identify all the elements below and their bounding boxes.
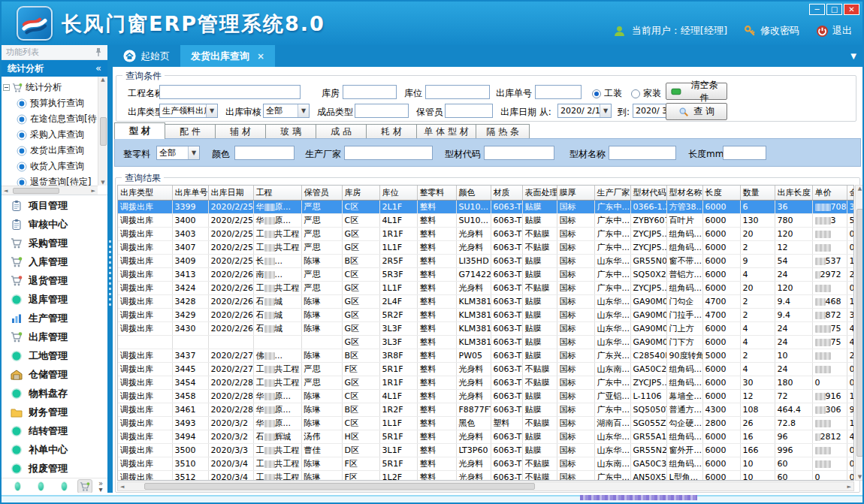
column-header-生产厂家[interactable]: 生产厂家 — [594, 186, 630, 201]
column-header-库位[interactable]: 库位 — [379, 186, 417, 201]
column-header-整零料[interactable]: 整零料 — [417, 186, 456, 201]
column-header-颜色[interactable]: 颜色 — [456, 186, 491, 201]
footer-circle-icon[interactable] — [38, 481, 44, 491]
material-tab-单体型材[interactable]: 单 体 型 材 — [416, 124, 476, 139]
logout-button[interactable]: 退出 — [816, 24, 852, 38]
material-tab-隔热条[interactable]: 隔 热 条 — [476, 124, 530, 139]
sidebar-item-生产管理[interactable]: 生产管理 — [2, 309, 107, 327]
table-row[interactable]: 调拨出库34582020/2/28华原...陈琳C区4L1F整料光身料6063-… — [118, 390, 854, 403]
table-row[interactable]: 调拨出库35102020/3/4工共工程陈琳F区5R1F整料光身料6063-T5… — [118, 457, 854, 471]
table-horizontal-scrollbar[interactable]: ◄ ► — [117, 481, 854, 491]
sidebar-item-项目管理[interactable]: 项目管理 — [2, 196, 107, 215]
sidebar-item-仓储管理[interactable]: 仓储管理 — [2, 365, 107, 384]
color-input[interactable] — [234, 146, 295, 160]
order-no-input[interactable] — [535, 85, 582, 99]
outbound-audit-combo[interactable]: 全部▼ — [263, 104, 310, 118]
tree-horizontal-scrollbar[interactable]: ◄ ► — [2, 186, 98, 195]
table-row[interactable]: 调拨出库34932020/3/2华原...陈琳C区1L1F整料黑色塑料不贴膜国标… — [118, 417, 854, 430]
sidebar-item-财务管理[interactable]: 财务管理 — [2, 403, 107, 421]
tab-list-dropdown-icon[interactable]: ▼ — [850, 52, 856, 60]
table-row[interactable]: 调拨出库34452020/2/27工共工程严思F区5R1F整料光身料6063-T… — [118, 363, 854, 376]
maker-input[interactable] — [344, 146, 433, 160]
clear-conditions-button[interactable]: 清空条件 — [666, 83, 727, 100]
column-header-出库类型[interactable]: 出库类型 — [118, 186, 172, 201]
scroll-right-icon[interactable]: ► — [845, 484, 853, 490]
search-button[interactable]: 查 询 — [666, 103, 727, 120]
sidebar-item-报废管理[interactable]: 报废管理 — [2, 459, 107, 478]
column-header-单价[interactable]: 单价 — [812, 186, 847, 201]
sidebar-item-采购管理[interactable]: 采购管理 — [2, 234, 107, 252]
tree-item-预算执行查询[interactable]: 预算执行查询 — [3, 95, 97, 111]
sidebar-section-statistics[interactable]: 统计分析 « — [2, 60, 107, 77]
scroll-right-icon[interactable]: ► — [89, 188, 98, 194]
column-header-金额[interactable]: 金额 — [847, 186, 854, 201]
material-tab-型材[interactable]: 型 材 — [114, 122, 165, 139]
table-row[interactable]: 调拨出库34032020/2/25工共工程严思G区1R1F整料光身料6063-T… — [118, 228, 854, 241]
material-tab-玻璃[interactable]: 玻 璃 — [265, 124, 316, 139]
material-tab-耗材[interactable]: 耗 材 — [366, 124, 417, 139]
project-name-input[interactable] — [159, 85, 301, 99]
column-header-数量[interactable]: 数量 — [740, 186, 775, 201]
footer-circle-icon[interactable] — [14, 481, 21, 491]
column-header-膜厚[interactable]: 膜厚 — [557, 186, 594, 201]
footer-cart-button[interactable] — [77, 479, 92, 493]
table-row[interactable]: 调拨出库34302020/2/26石城陈琳G区3L3F整料KLM38176063… — [118, 322, 854, 336]
table-row[interactable]: 调拨出库34002020/2/25华原...严思C区4L1F整料SU10...6… — [118, 214, 854, 228]
radio-gongzhuang[interactable]: 工装 — [592, 87, 622, 100]
footer-circle-icon[interactable] — [61, 481, 68, 491]
column-header-工程[interactable]: 工程 — [253, 186, 301, 201]
tree-item-在途信息查询[待[interactable]: 在途信息查询[待 — [3, 111, 97, 127]
tree-item-采购入库查询[interactable]: 采购入库查询 — [3, 127, 97, 143]
date-from-picker[interactable]: 2020/ 2/16▼ — [557, 104, 612, 118]
table-row[interactable]: 调拨出库34092020/2/25长...陈琳B区2R5F整料LI35HD606… — [118, 255, 854, 268]
minimize-button[interactable]: ─ — [809, 4, 825, 15]
column-header-库房[interactable]: 库房 — [342, 186, 379, 201]
column-header-表面处理[interactable]: 表面处理 — [522, 186, 557, 201]
sidebar-item-入库管理[interactable]: 入库管理 — [2, 252, 107, 271]
sidebar-splitter[interactable] — [107, 45, 113, 494]
sidebar-item-退货管理[interactable]: 退货管理 — [2, 271, 107, 290]
scroll-left-icon[interactable]: ◄ — [118, 484, 126, 490]
table-row[interactable]: 调拨出库34292020/2/26石城陈琳G区5R2F整料KLM38176063… — [118, 309, 854, 322]
tab-close-icon[interactable]: × — [257, 51, 264, 62]
table-row[interactable]: 调拨出库34242020/2/26工共工程严思G区1L1F整料光身料6063-T… — [118, 282, 854, 295]
sidebar-item-补单中心[interactable]: 补单中心 — [2, 440, 107, 459]
table-row[interactable]: 调拨出库34282020/2/26石城陈琳G区2L4F整料KLM38176063… — [118, 295, 854, 309]
scroll-down-icon[interactable]: ▼ — [101, 180, 104, 186]
scroll-up-icon[interactable]: ▲ — [858, 186, 862, 192]
column-header-长度[interactable]: 长度 — [702, 186, 740, 201]
sidebar-item-退库管理[interactable]: 退库管理 — [2, 290, 107, 309]
material-tab-辅材[interactable]: 辅 材 — [215, 124, 266, 139]
sidebar-item-出库管理[interactable]: 出库管理 — [2, 327, 107, 346]
table-row[interactable]: G区3L3F整料KLM38176063-T5贴膜国标山东华...GA90M09.… — [118, 336, 854, 349]
change-password-button[interactable]: 修改密码 — [744, 24, 799, 38]
table-row[interactable]: 调拨出库33992020/2/25华原...严思C区2L1F整料SU10...6… — [118, 201, 854, 214]
tree-root-statistics[interactable]: 统计分析 — [3, 80, 97, 95]
profile-code-input[interactable] — [484, 146, 554, 160]
radio-jiazhuang[interactable]: 家装 — [631, 87, 661, 100]
maximize-button[interactable]: □ — [826, 4, 842, 15]
location-input[interactable] — [425, 85, 490, 99]
product-type-input[interactable] — [355, 104, 409, 118]
scroll-up-icon[interactable]: ▲ — [101, 77, 104, 83]
tree-item-发货出库查询[interactable]: 发货出库查询 — [3, 143, 97, 158]
scroll-down-icon[interactable]: ▼ — [858, 474, 862, 480]
table-row[interactable]: 调拨出库34612020/2/28华原...陈琳B区1R2F整料F8877FT6… — [118, 403, 854, 417]
length-input[interactable] — [723, 146, 766, 160]
footer-more-button[interactable]: »▾ — [98, 481, 103, 493]
material-tab-配件[interactable]: 配 件 — [165, 124, 216, 139]
table-row[interactable]: 调拨出库34132020/2/26南...严思C区5R3F整料G71422606… — [118, 268, 854, 282]
close-button[interactable]: ✕ — [844, 4, 859, 15]
table-row[interactable]: 调拨出库34942020/3/2石辉城汤伟H区5R1F整料光身料6063-T5贴… — [118, 430, 854, 444]
table-row[interactable]: 调拨出库34542020/2/28工共工程严思G区1R1F整料光身料6063-T… — [118, 376, 854, 390]
tab-home[interactable]: 起始页 — [113, 45, 180, 67]
tree-vertical-scrollbar[interactable]: ▲ ▼ — [98, 77, 107, 186]
table-row[interactable]: 调拨出库34072020/2/25工共工程严思G区1L1F整料光身料6063-T… — [118, 241, 854, 255]
table-vertical-scrollbar[interactable]: ▲ ▼ — [855, 185, 864, 481]
tree-item-收货入库查询[interactable]: 收货入库查询 — [3, 158, 97, 174]
column-header-出库长度[interactable]: 出库长度 — [775, 186, 812, 201]
profile-name-input[interactable] — [609, 146, 676, 160]
column-header-出库单号[interactable]: 出库单号 — [172, 186, 208, 201]
scroll-left-icon[interactable]: ◄ — [2, 188, 10, 194]
column-header-出库日期[interactable]: 出库日期 — [208, 186, 253, 201]
